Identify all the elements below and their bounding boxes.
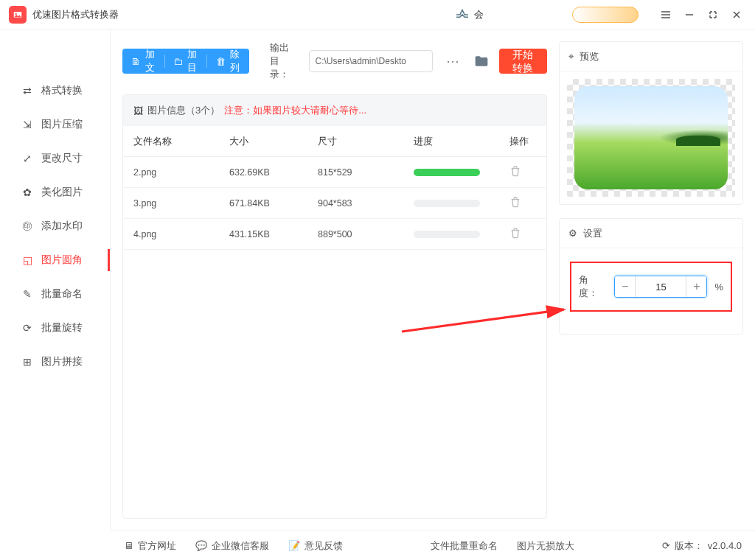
angle-decrease-button[interactable]: −: [615, 276, 635, 297]
main-area: 🗎添加文件 🗀添加目录 🗑清除列表 输出目录： ⋯ 开始转换 🖼 图片信息（3个…: [111, 29, 755, 531]
folder-icon: 🗀: [173, 56, 183, 67]
account-pill[interactable]: [572, 7, 639, 23]
table-header: 文件名称 大小 尺寸 进度 操作: [123, 126, 546, 157]
settings-panel: ⚙设置 角度： − + %: [559, 218, 743, 335]
sidebar-item-compress[interactable]: ⇲图片压缩: [0, 108, 110, 141]
add-buttons: 🗎添加文件 🗀添加目录 🗑清除列表: [122, 49, 249, 74]
add-file-button[interactable]: 🗎添加文件: [122, 49, 164, 74]
browse-button[interactable]: ⋯: [443, 53, 464, 69]
percent-label: %: [714, 281, 723, 293]
th-dim: 尺寸: [318, 135, 414, 148]
cell-name: 3.png: [133, 198, 229, 209]
footer: 🖥官方网址 💬企业微信客服 📝意见反馈 文件批量重命名 图片无损放大 ⟳版本：v…: [111, 531, 755, 560]
sidebar-item-resize[interactable]: ⤢更改尺寸: [0, 141, 110, 175]
delete-row-button[interactable]: [509, 169, 521, 179]
preview-image: [574, 86, 728, 189]
footer-enlarge[interactable]: 图片无损放大: [517, 539, 574, 553]
sidebar-item-format[interactable]: ⇄格式转换: [0, 74, 110, 108]
sidebar-item-rotate[interactable]: ⟳批量旋转: [0, 311, 110, 345]
refresh-icon[interactable]: ⟳: [662, 540, 670, 551]
footer-rename[interactable]: 文件批量重命名: [431, 539, 498, 553]
open-folder-button[interactable]: [474, 51, 489, 71]
angle-input[interactable]: [635, 276, 686, 297]
menu-icon[interactable]: [656, 5, 675, 24]
cell-size: 671.84KB: [229, 198, 318, 209]
app-title: 优速图片格式转换器: [32, 8, 119, 21]
footer-feedback[interactable]: 📝意见反馈: [288, 539, 343, 553]
settings-title: 设置: [583, 227, 602, 240]
cell-progress: [414, 169, 502, 176]
svg-point-1: [15, 13, 17, 14]
panel-info: 图片信息（3个）: [147, 104, 220, 117]
sidebar: ⇄格式转换 ⇲图片压缩 ⤢更改尺寸 ✿美化图片 ㊞添加水印 ◱图片圆角 ✎批量命…: [0, 29, 111, 531]
angle-stepper: − +: [614, 276, 707, 298]
angle-label: 角度：: [579, 273, 607, 300]
gear-icon: ⚙: [568, 228, 577, 239]
site-icon: 🖥: [124, 540, 133, 551]
clear-list-button[interactable]: 🗑清除列表: [207, 49, 249, 74]
rename-icon: ✎: [21, 288, 34, 300]
output-label: 输出目录：: [270, 41, 299, 81]
panel-header: 🖼 图片信息（3个） 注意：如果图片较大请耐心等待...: [123, 95, 546, 126]
th-name: 文件名称: [133, 135, 229, 148]
preview-panel: ⌖预览: [559, 41, 743, 205]
cell-dim: 889*500: [318, 229, 414, 239]
cell-dim: 815*529: [318, 167, 414, 178]
maximize-button[interactable]: [703, 5, 723, 24]
footer-wechat[interactable]: 💬企业微信客服: [195, 539, 269, 553]
th-op: 操作: [502, 135, 536, 148]
membership-label: 会: [474, 8, 484, 21]
cell-name: 2.png: [133, 167, 229, 178]
membership-indicator[interactable]: 会: [455, 8, 484, 21]
cell-size: 431.15KB: [229, 229, 318, 239]
cell-dim: 904*583: [318, 198, 414, 209]
corner-icon: ◱: [21, 254, 34, 266]
table-row: 3.png 671.84KB 904*583: [123, 188, 546, 219]
file-panel: 🖼 图片信息（3个） 注意：如果图片较大请耐心等待... 文件名称 大小 尺寸 …: [122, 94, 547, 519]
preview-icon: ⌖: [568, 51, 574, 63]
sidebar-item-stitch[interactable]: ⊞图片拼接: [0, 345, 110, 379]
footer-site[interactable]: 🖥官方网址: [124, 539, 176, 553]
wechat-icon: 💬: [195, 540, 207, 551]
add-dir-button[interactable]: 🗀添加目录: [164, 49, 206, 74]
preview-checker: [567, 79, 735, 197]
sidebar-item-rename[interactable]: ✎批量命名: [0, 277, 110, 311]
file-icon: 🗎: [131, 56, 141, 67]
angle-setting-highlight: 角度： − + %: [570, 262, 732, 312]
sidebar-item-beautify[interactable]: ✿美化图片: [0, 175, 110, 209]
minimize-button[interactable]: [680, 5, 699, 24]
cell-progress: [414, 200, 502, 207]
sidebar-item-watermark[interactable]: ㊞添加水印: [0, 209, 110, 243]
resize-icon: ⤢: [21, 153, 34, 164]
compress-icon: ⇲: [21, 119, 34, 130]
toolbar: 🗎添加文件 🗀添加目录 🗑清除列表 输出目录： ⋯ 开始转换: [122, 41, 547, 81]
close-button[interactable]: [727, 5, 746, 24]
feedback-icon: 📝: [288, 540, 300, 551]
th-prog: 进度: [414, 135, 502, 148]
start-convert-button[interactable]: 开始转换: [499, 49, 547, 74]
beautify-icon: ✿: [21, 186, 34, 198]
cell-name: 4.png: [133, 229, 229, 239]
table-row: 4.png 431.15KB 889*500: [123, 219, 546, 250]
th-size: 大小: [229, 135, 318, 148]
footer-version: ⟳版本：v2.0.4.0: [662, 539, 742, 553]
delete-row-button[interactable]: [509, 200, 521, 210]
sidebar-item-round-corner[interactable]: ◱图片圆角: [0, 243, 110, 277]
rotate-icon: ⟳: [21, 322, 34, 334]
angle-increase-button[interactable]: +: [686, 276, 706, 297]
output-path-input[interactable]: [309, 50, 433, 72]
table-row: 2.png 632.69KB 815*529: [123, 157, 546, 188]
delete-row-button[interactable]: [509, 231, 521, 241]
cell-progress: [414, 231, 502, 238]
cell-size: 632.69KB: [229, 167, 318, 178]
watermark-icon: ㊞: [21, 220, 34, 233]
trash-icon: 🗑: [216, 56, 226, 67]
preview-title: 预览: [580, 50, 599, 63]
titlebar: 优速图片格式转换器 会: [0, 0, 755, 29]
app-logo: [9, 6, 27, 24]
stitch-icon: ⊞: [21, 356, 34, 368]
convert-icon: ⇄: [21, 85, 34, 97]
panel-warning: 注意：如果图片较大请耐心等待...: [224, 104, 366, 117]
image-icon: 🖼: [133, 105, 143, 116]
